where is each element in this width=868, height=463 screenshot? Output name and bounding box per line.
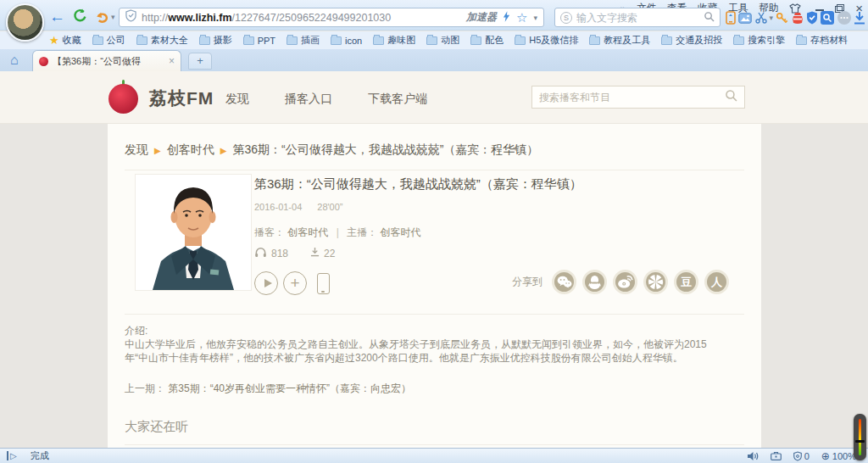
host-link[interactable]: 创客时代 (381, 226, 421, 238)
intro-line: 中山大学毕业后，他放弃安稳的公务员之路自主创业。从象牙塔尖子到底层业务员，从默默… (125, 337, 744, 351)
divider (125, 170, 744, 170)
bookmark-folder-label: 趣味图 (387, 34, 415, 47)
back-button[interactable]: ← (49, 8, 65, 25)
bookmark-folder[interactable]: 动图 (426, 34, 459, 47)
bookmark-folder[interactable]: PPT (243, 34, 275, 47)
quick-search-box[interactable]: S (554, 8, 721, 27)
favorite-star-icon[interactable]: ☆ (516, 12, 527, 24)
subscribe-add-button[interactable]: + (283, 271, 307, 295)
breadcrumb: 发现 ▶ 创客时代 ▶ 第36期：“公司做得越大，我越战战兢兢”（嘉宾：程华镇） (125, 142, 538, 158)
site-search-input[interactable] (539, 92, 720, 103)
address-bar[interactable]: http://www.lizhi.fm/1227647/250965224949… (119, 8, 544, 27)
bookmark-folder[interactable]: icon (331, 34, 362, 47)
star-caret-icon[interactable]: ▾ (533, 14, 537, 22)
site-search-box[interactable] (531, 86, 745, 109)
site-nav-item[interactable]: 播客入口 (285, 92, 332, 107)
password-key-icon[interactable] (776, 12, 788, 25)
volume-handle[interactable] (855, 440, 865, 443)
address-bar-extensions: 加速器 ☆ ▾ (466, 10, 537, 25)
screenshot-image-icon[interactable] (738, 13, 752, 24)
wallet-pouch-icon[interactable] (792, 12, 804, 25)
site-nav-item[interactable]: 下载客户端 (368, 92, 427, 107)
bookmark-folder-label: 素材大全 (151, 34, 188, 47)
search-magnifier-icon[interactable] (704, 10, 715, 25)
site-header: 荔枝FM 发现播客入口下载客户端 (0, 71, 868, 124)
speaker-icon[interactable] (747, 451, 759, 461)
tab-close-icon[interactable]: × (169, 55, 175, 67)
bookmark-folder-label: 存档材料 (810, 34, 848, 47)
url-text[interactable]: http://www.lizhi.fm/1227647/250965224949… (142, 12, 461, 24)
share-label: 分享到 (512, 275, 542, 289)
undo-button[interactable]: ▾ (95, 11, 115, 23)
folder-icon (287, 36, 298, 45)
quick-search-input[interactable] (576, 12, 699, 24)
bookmark-folder[interactable]: H5及微信排 (515, 34, 578, 47)
new-tab-button[interactable]: + (188, 53, 212, 70)
bookmark-folder[interactable]: 公司 (92, 34, 125, 47)
breadcrumb-link[interactable]: 发现 (125, 142, 148, 158)
home-icon[interactable]: ⌂ (10, 53, 19, 67)
bookmark-folder-label: 搜索引擎 (748, 34, 785, 47)
lightning-icon[interactable] (503, 10, 510, 25)
site-search-magnifier-icon[interactable] (725, 89, 737, 105)
phone-sync-icon[interactable] (726, 11, 736, 25)
folder-icon (733, 36, 744, 45)
podcast-link[interactable]: 创客时代 (287, 226, 328, 238)
episode-meta: 播客： 创客时代 | 主播： 创客时代 (254, 226, 421, 240)
download-manager-icon[interactable] (854, 12, 865, 25)
scissors-clip-icon[interactable]: ▾ (755, 12, 774, 24)
shield-count: 0 (804, 451, 810, 461)
bookmark-label: 收藏 (63, 34, 81, 47)
bookmark-folder-label: 交通及招投 (676, 34, 722, 47)
active-tab[interactable]: 【第36期：“公司做得 × (32, 50, 181, 71)
share-douban-icon[interactable]: 豆 (674, 270, 698, 294)
security-check-shield-icon[interactable] (806, 11, 818, 25)
share-wechat-icon[interactable] (552, 270, 576, 294)
bookmark-folder[interactable]: 趣味图 (373, 34, 415, 47)
toolbox-icon[interactable] (771, 451, 782, 460)
folder-icon (470, 36, 481, 45)
folder-icon (661, 36, 672, 45)
previous-episode-link[interactable]: 第35期：“40岁再创业需要一种情怀”（嘉宾：向忠宏） (168, 382, 411, 394)
more-dots-icon[interactable] (837, 11, 851, 25)
scissors-caret-icon[interactable]: ▾ (770, 14, 774, 22)
sidebar-toggle-icon[interactable]: ▷ (7, 451, 17, 460)
web-page: 荔枝FM 发现播客入口下载客户端 发现 ▶ 创客时代 ▶ 第36期：“公司做得越… (0, 71, 868, 448)
bookmark-folder[interactable]: 插画 (287, 34, 320, 47)
share-weibo-icon[interactable] (613, 270, 637, 294)
shield-status[interactable]: 0 (793, 451, 810, 461)
site-nav-item[interactable]: 发现 (225, 92, 249, 107)
bookmark-favorites[interactable]: ★ 收藏 (49, 34, 81, 47)
site-search-square-icon[interactable] (821, 11, 834, 25)
bookmark-folder[interactable]: 摄影 (199, 34, 232, 47)
accelerator-label[interactable]: 加速器 (466, 10, 497, 25)
zoom-icon: ⊕ (821, 450, 830, 462)
site-logo-text[interactable]: 荔枝FM (149, 86, 214, 110)
user-avatar[interactable] (6, 3, 44, 42)
volume-slider[interactable] (854, 414, 866, 460)
bookmark-folder[interactable]: 配色 (470, 34, 504, 47)
share-camera-shutter-icon[interactable] (643, 270, 668, 294)
bookmark-folder[interactable]: 交通及招投 (661, 34, 722, 47)
episode-card: 发现 ▶ 创客时代 ▶ 第36期：“公司做得越大，我越战战兢兢”（嘉宾：程华镇） (108, 124, 761, 448)
mobile-phone-icon[interactable] (317, 273, 330, 294)
zoom-control[interactable]: ⊕ 100% (821, 450, 856, 462)
folder-icon (136, 36, 147, 45)
refresh-button[interactable] (73, 8, 87, 26)
zoom-level: 100% (832, 451, 856, 461)
share-renren-icon[interactable]: 人 (704, 270, 729, 294)
play-button[interactable] (254, 271, 278, 295)
podcast-label: 播客： (254, 226, 285, 238)
undo-caret-icon[interactable]: ▾ (111, 13, 115, 21)
bookmark-folder[interactable]: 素材大全 (136, 34, 188, 47)
bookmark-folder[interactable]: 教程及工具 (589, 34, 650, 47)
download-count: 22 (324, 248, 335, 259)
lizhi-logo-icon[interactable] (108, 81, 142, 114)
headphone-icon (254, 246, 267, 260)
search-engine-icon[interactable]: S (560, 12, 572, 24)
bookmark-folder[interactable]: 搜索引擎 (733, 34, 785, 47)
share-qq-icon[interactable] (582, 270, 607, 294)
intro-line: 年“中山市十佳青年榜样”，他的技术被广东省内超过3200个路口使用。他就是广东振… (125, 351, 744, 365)
breadcrumb-link[interactable]: 创客时代 (167, 142, 214, 158)
bookmark-folder[interactable]: 存档材料 (796, 34, 848, 47)
